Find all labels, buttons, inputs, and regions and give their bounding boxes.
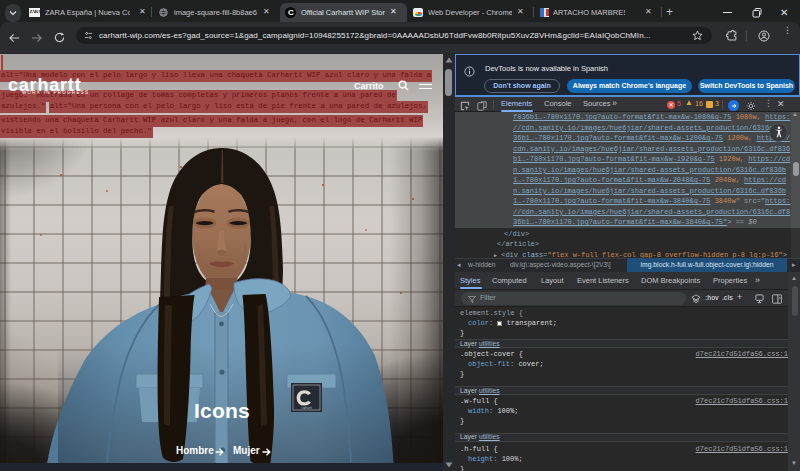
svg-text:carhartt: carhartt xyxy=(301,406,311,410)
